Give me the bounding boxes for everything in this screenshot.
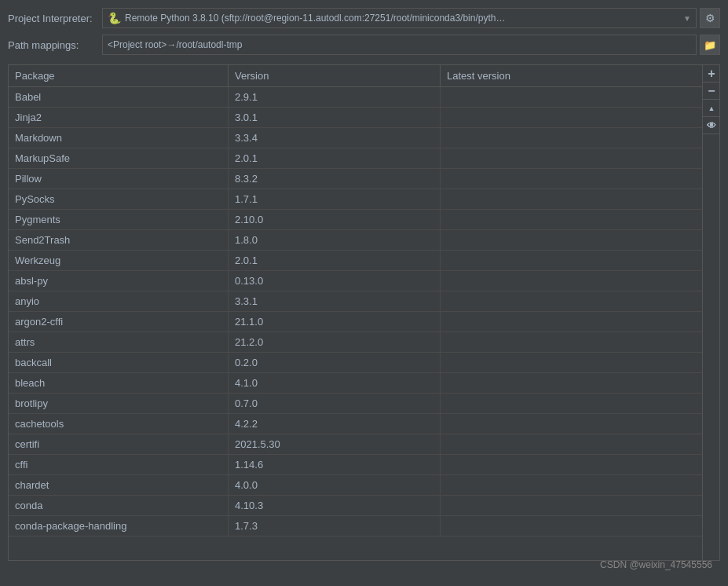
- col-header-package: Package: [9, 65, 229, 86]
- gear-button[interactable]: ⚙: [700, 8, 720, 28]
- version-cell: 1.8.0: [229, 230, 441, 250]
- version-cell: 3.3.4: [229, 128, 441, 148]
- version-cell: 1.7.3: [229, 516, 441, 536]
- latest-version-cell: [441, 332, 702, 352]
- version-cell: 2.0.1: [229, 148, 441, 168]
- table-main: Package Version Latest version Babel2.9.…: [9, 65, 702, 560]
- table-row[interactable]: Babel2.9.1: [9, 87, 702, 108]
- latest-version-cell: [441, 373, 702, 393]
- table-row[interactable]: Markdown3.3.4: [9, 128, 702, 148]
- dropdown-arrow-icon: ▼: [683, 14, 691, 23]
- latest-version-cell: [441, 169, 702, 189]
- remove-package-button[interactable]: −: [703, 82, 720, 100]
- version-cell: 0.7.0: [229, 394, 441, 413]
- version-cell: 0.2.0: [229, 353, 441, 372]
- table-row[interactable]: anyio3.3.1: [9, 291, 702, 312]
- package-name-cell: anyio: [9, 291, 229, 311]
- folder-button[interactable]: 📁: [700, 35, 720, 55]
- table-row[interactable]: conda4.10.3: [9, 496, 702, 516]
- package-name-cell: absl-py: [9, 271, 229, 291]
- add-package-button[interactable]: +: [703, 65, 720, 82]
- python-icon: 🐍: [108, 12, 121, 24]
- main-container: Project Interpreter: 🐍 Remote Python 3.8…: [0, 0, 728, 586]
- table-row[interactable]: backcall0.2.0: [9, 353, 702, 373]
- version-cell: 2.9.1: [229, 87, 441, 107]
- gear-icon: ⚙: [705, 12, 715, 24]
- latest-version-cell: [441, 291, 702, 311]
- interpreter-row: Project Interpreter: 🐍 Remote Python 3.8…: [8, 8, 720, 28]
- scroll-up-button[interactable]: ▲: [703, 100, 720, 117]
- interpreter-label: Project Interpreter:: [8, 13, 102, 24]
- table-row[interactable]: Pillow8.3.2: [9, 169, 702, 189]
- package-name-cell: cachetools: [9, 414, 229, 434]
- package-name-cell: Pygments: [9, 210, 229, 229]
- table-row[interactable]: Send2Trash1.8.0: [9, 230, 702, 251]
- table-row[interactable]: bleach4.1.0: [9, 373, 702, 394]
- version-cell: 4.2.2: [229, 414, 441, 434]
- package-name-cell: Send2Trash: [9, 230, 229, 250]
- eye-icon: 👁: [707, 120, 716, 131]
- package-name-cell: Markdown: [9, 128, 229, 148]
- package-name-cell: conda: [9, 496, 229, 515]
- latest-version-cell: [441, 516, 702, 536]
- package-name-cell: Werkzeug: [9, 251, 229, 270]
- version-cell: 2021.5.30: [229, 434, 441, 454]
- table-row[interactable]: certifi2021.5.30: [9, 434, 702, 455]
- version-cell: 8.3.2: [229, 169, 441, 189]
- table-row[interactable]: brotlipy0.7.0: [9, 394, 702, 414]
- table-row[interactable]: MarkupSafe2.0.1: [9, 148, 702, 169]
- packages-table-container: Package Version Latest version Babel2.9.…: [8, 64, 720, 561]
- latest-version-cell: [441, 353, 702, 372]
- package-name-cell: backcall: [9, 353, 229, 372]
- package-name-cell: chardet: [9, 475, 229, 495]
- path-input[interactable]: <Project root>→/root/autodl-tmp: [102, 35, 697, 55]
- package-name-cell: Pillow: [9, 169, 229, 189]
- package-name-cell: cffi: [9, 455, 229, 474]
- minus-icon: −: [708, 84, 715, 98]
- table-row[interactable]: conda-package-handling1.7.3: [9, 516, 702, 537]
- table-body[interactable]: Babel2.9.1Jinja23.0.1Markdown3.3.4Markup…: [9, 87, 702, 560]
- latest-version-cell: [441, 210, 702, 229]
- table-row[interactable]: attrs21.2.0: [9, 332, 702, 353]
- table-row[interactable]: Werkzeug2.0.1: [9, 251, 702, 271]
- table-row[interactable]: absl-py0.13.0: [9, 271, 702, 291]
- version-cell: 21.2.0: [229, 332, 441, 352]
- table-row[interactable]: cffi1.14.6: [9, 455, 702, 475]
- table-row[interactable]: argon2-cffi21.1.0: [9, 312, 702, 332]
- table-row[interactable]: Jinja23.0.1: [9, 108, 702, 128]
- latest-version-cell: [441, 251, 702, 270]
- latest-version-cell: [441, 434, 702, 454]
- version-cell: 4.1.0: [229, 373, 441, 393]
- table-row[interactable]: PySocks1.7.1: [9, 189, 702, 210]
- watermark: CSDN @weixin_47545556: [600, 559, 712, 570]
- latest-version-cell: [441, 230, 702, 250]
- interpreter-dropdown[interactable]: 🐍 Remote Python 3.8.10 (sftp://root@regi…: [102, 8, 697, 28]
- latest-version-cell: [441, 394, 702, 413]
- latest-version-cell: [441, 108, 702, 127]
- package-name-cell: PySocks: [9, 189, 229, 209]
- latest-version-cell: [441, 87, 702, 107]
- folder-icon: 📁: [704, 39, 716, 51]
- version-cell: 1.14.6: [229, 455, 441, 474]
- package-name-cell: Babel: [9, 87, 229, 107]
- version-cell: 21.1.0: [229, 312, 441, 331]
- path-value: <Project root>→/root/autodl-tmp: [108, 39, 242, 50]
- version-cell: 3.3.1: [229, 291, 441, 311]
- version-cell: 1.7.1: [229, 189, 441, 209]
- path-mappings-row: Path mappings: <Project root>→/root/auto…: [8, 35, 720, 55]
- package-name-cell: Jinja2: [9, 108, 229, 127]
- table-row[interactable]: cachetools4.2.2: [9, 414, 702, 434]
- latest-version-cell: [441, 312, 702, 331]
- package-name-cell: attrs: [9, 332, 229, 352]
- package-name-cell: conda-package-handling: [9, 516, 229, 536]
- plus-icon: +: [708, 67, 715, 81]
- table-header: Package Version Latest version: [9, 65, 702, 87]
- eye-button[interactable]: 👁: [703, 117, 720, 134]
- interpreter-value: Remote Python 3.8.10 (sftp://root@region…: [125, 13, 680, 24]
- package-name-cell: MarkupSafe: [9, 148, 229, 168]
- table-row[interactable]: Pygments2.10.0: [9, 210, 702, 230]
- package-name-cell: certifi: [9, 434, 229, 454]
- table-row[interactable]: chardet4.0.0: [9, 475, 702, 496]
- version-cell: 2.10.0: [229, 210, 441, 229]
- latest-version-cell: [441, 414, 702, 434]
